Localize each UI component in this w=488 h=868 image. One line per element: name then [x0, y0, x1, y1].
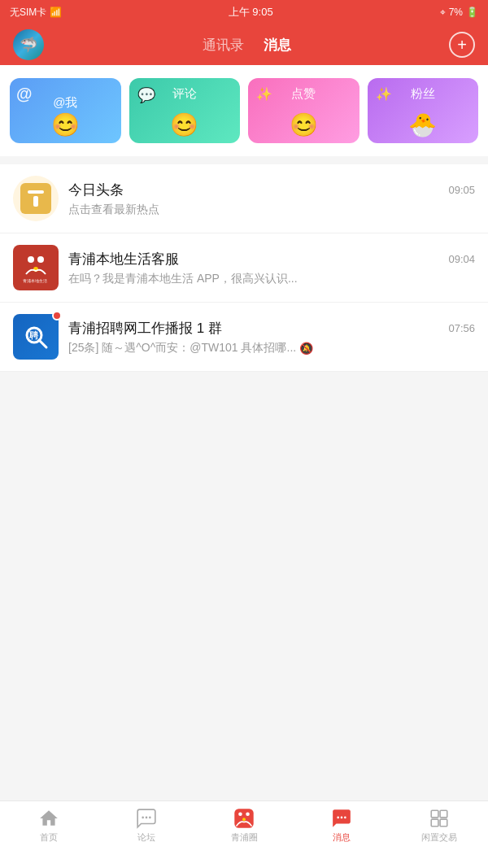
mention-prefix: @ [16, 85, 33, 103]
qingpu-service-time: 09:04 [448, 253, 475, 265]
nav-item-qingpuquan[interactable]: 青浦圈 [195, 808, 293, 844]
svg-point-3 [37, 256, 44, 263]
svg-point-9 [142, 817, 144, 819]
qingpu-service-top: 青浦本地生活客服 09:04 [68, 250, 475, 268]
svg-rect-22 [440, 819, 447, 827]
quick-actions-row: @ @我 😊 💬 评论 😊 ✨ 点赞 😊 ✨ 粉丝 🐣 [0, 65, 488, 156]
svg-point-13 [238, 813, 242, 817]
qingpu-service-logo: 青浦本地生活 [13, 245, 59, 290]
svg-point-15 [242, 818, 246, 821]
fans-emoji: 🐣 [408, 111, 437, 138]
mention-label-text: @我 [53, 95, 77, 111]
toutiao-name: 今日头条 [68, 181, 124, 199]
bottom-navigation: 首页 论坛 青浦圈 消息 [0, 800, 488, 868]
tab-contacts[interactable]: 通讯录 [203, 36, 244, 55]
recruit-logo: 聘 [13, 314, 59, 360]
avatar-image: 🦈 [13, 29, 44, 60]
recruit-preview: [25条] 随～遇^O^而安：@TW101 具体招哪... [68, 341, 296, 355]
home-icon [38, 808, 59, 829]
svg-point-10 [146, 817, 148, 819]
recruit-time: 07:56 [448, 322, 475, 334]
fans-label-text: 粉丝 [368, 86, 479, 102]
svg-point-14 [246, 813, 250, 817]
nav-label-messages: 消息 [333, 831, 351, 844]
message-list: 今日头条 09:05 点击查看最新热点 青浦本地生活 青浦本地生活客服 [0, 164, 488, 372]
battery-icon: 🔋 [466, 7, 478, 18]
comment-emoji: 😊 [170, 111, 198, 138]
recruit-logo-svg: 聘 [20, 321, 52, 353]
nav-label-qingpuquan: 青浦圈 [231, 831, 258, 844]
mention-emoji: 😊 [51, 111, 80, 138]
message-item-recruit[interactable]: 聘 青浦招聘网工作播报 1 群 07:56 [25条] 随～遇^O^而安：@TW… [0, 303, 488, 372]
qingpu-service-avatar: 青浦本地生活 [13, 245, 59, 290]
toutiao-content: 今日头条 09:05 点击查看最新热点 [68, 181, 475, 217]
location-icon: ⌖ [440, 7, 446, 18]
quick-action-comment[interactable]: 💬 评论 😊 [129, 78, 241, 143]
nav-item-messages[interactable]: 消息 [293, 808, 390, 844]
svg-line-7 [39, 340, 46, 347]
svg-point-11 [149, 817, 151, 819]
svg-rect-1 [33, 196, 38, 207]
svg-point-17 [341, 817, 343, 819]
quick-action-mention[interactable]: @ @我 😊 [10, 78, 121, 143]
recruit-preview-row: [25条] 随～遇^O^而安：@TW101 具体招哪... 🔕 [68, 341, 475, 355]
nav-item-trade[interactable]: 闲置交易 [390, 808, 488, 844]
battery-percent: 7% [449, 7, 463, 18]
qingpu-service-content: 青浦本地生活客服 09:04 在吗？我是青浦本地生活 APP，很高兴认识... [68, 250, 475, 286]
svg-rect-19 [431, 810, 438, 818]
svg-rect-0 [28, 190, 44, 194]
nav-item-forum[interactable]: 论坛 [98, 808, 195, 844]
nav-item-home[interactable]: 首页 [0, 808, 98, 844]
forum-icon [136, 808, 157, 829]
toutiao-time: 09:05 [448, 184, 475, 196]
nav-label-trade: 闲置交易 [421, 831, 457, 844]
like-label-text: 点赞 [248, 86, 359, 102]
header-tabs: 通讯录 消息 [203, 36, 291, 55]
mute-icon: 🔕 [299, 342, 313, 355]
nav-label-home: 首页 [40, 831, 58, 844]
comment-label-text: 评论 [129, 86, 241, 102]
recruit-badge [52, 311, 62, 321]
toutiao-logo-svg [25, 188, 46, 209]
svg-text:聘: 聘 [28, 330, 39, 340]
add-button[interactable]: + [449, 32, 475, 58]
toutiao-avatar [13, 176, 59, 221]
toutiao-preview: 点击查看最新热点 [68, 203, 345, 217]
toutiao-logo [13, 176, 59, 221]
user-avatar[interactable]: 🦈 [13, 29, 44, 60]
svg-point-16 [337, 817, 339, 819]
svg-point-18 [344, 817, 346, 819]
trade-icon [429, 808, 450, 829]
quick-action-fans[interactable]: ✨ 粉丝 🐣 [368, 78, 479, 143]
tab-messages[interactable]: 消息 [264, 36, 291, 55]
message-item-qingpu-service[interactable]: 青浦本地生活 青浦本地生活客服 09:04 在吗？我是青浦本地生活 APP，很高… [0, 233, 488, 303]
recruit-avatar: 聘 [13, 314, 59, 360]
status-battery: ⌖ 7% 🔋 [440, 7, 478, 18]
toutiao-top: 今日头条 09:05 [68, 181, 475, 199]
toutiao-logo-inner [20, 183, 51, 214]
qingpuquan-icon [233, 808, 255, 829]
svg-rect-20 [440, 810, 447, 818]
status-bar: 无SIM卡 📶 上午 9:05 ⌖ 7% 🔋 [0, 0, 488, 24]
recruit-top: 青浦招聘网工作播报 1 群 07:56 [68, 319, 475, 338]
recruit-name: 青浦招聘网工作播报 1 群 [68, 319, 222, 338]
message-item-toutiao[interactable]: 今日头条 09:05 点击查看最新热点 [0, 164, 488, 233]
qingpu-service-preview: 在吗？我是青浦本地生活 APP，很高兴认识... [68, 272, 345, 286]
nav-label-forum: 论坛 [137, 831, 155, 844]
qingpu-service-name: 青浦本地生活客服 [68, 250, 179, 268]
quick-action-like[interactable]: ✨ 点赞 😊 [248, 78, 359, 143]
status-signal: 无SIM卡 📶 [10, 6, 62, 20]
status-time: 上午 9:05 [229, 5, 273, 20]
svg-point-2 [28, 256, 34, 263]
svg-rect-21 [431, 819, 438, 827]
app-header: 🦈 通讯录 消息 + [0, 24, 488, 65]
qingpu-service-svg: 青浦本地生活 [20, 251, 52, 284]
svg-text:青浦本地生活: 青浦本地生活 [23, 278, 47, 283]
recruit-content: 青浦招聘网工作播报 1 群 07:56 [25条] 随～遇^O^而安：@TW10… [68, 319, 475, 355]
like-emoji: 😊 [290, 111, 318, 138]
messages-icon [331, 808, 352, 829]
